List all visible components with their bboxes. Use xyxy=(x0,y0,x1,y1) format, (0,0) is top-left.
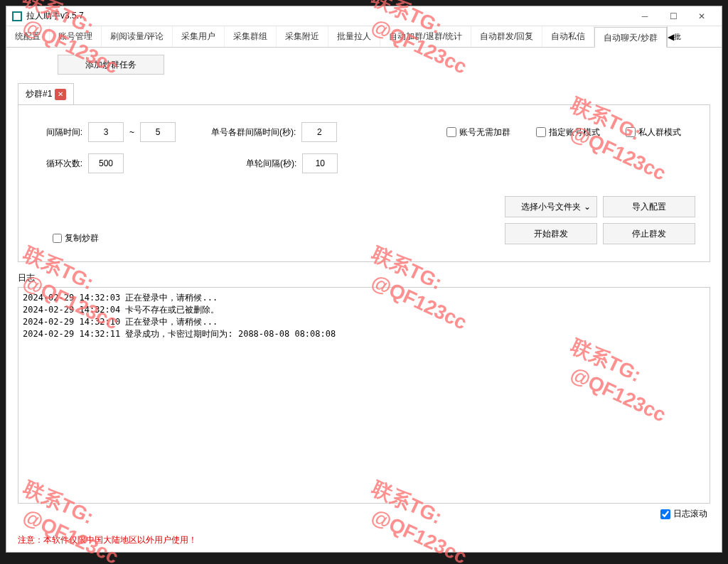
stop-button[interactable]: 停止群发 xyxy=(603,223,695,244)
loop-count-label: 循环次数: xyxy=(33,158,82,170)
interval-from-input[interactable] xyxy=(88,122,124,142)
private-group-mode-checkbox[interactable]: 私人群模式 xyxy=(626,126,681,139)
tab-7[interactable]: 自动加群/退群/统计 xyxy=(380,26,471,47)
log-scroll-checkbox[interactable]: 日志滚动 xyxy=(660,508,707,520)
specified-account-mode-checkbox[interactable]: 指定账号模式 xyxy=(536,126,600,139)
titlebar: 拉人助手v3.5.7 ─ ☐ ✕ xyxy=(6,6,722,26)
log-label: 日志 xyxy=(18,272,710,284)
select-folder-button[interactable]: 选择小号文件夹 xyxy=(505,196,597,217)
subtabs: 炒群#1 ✕ xyxy=(18,83,710,105)
window-title: 拉人助手v3.5.7 xyxy=(26,10,631,22)
add-task-button[interactable]: 添加炒群任务 xyxy=(58,55,164,75)
window-controls: ─ ☐ ✕ xyxy=(631,7,716,26)
tab-6[interactable]: 批量拉人 xyxy=(328,26,380,47)
main-tabs: 统配置账号管理刷阅读量/评论采集用户采集群组采集附近批量拉人自动加群/退群/统计… xyxy=(6,26,722,48)
close-subtab-icon[interactable]: ✕ xyxy=(55,89,66,100)
loop-count-input[interactable] xyxy=(88,153,124,173)
tab-8[interactable]: 自动群发/回复 xyxy=(471,26,542,47)
tilde-separator: ~ xyxy=(129,127,134,137)
log-section: 日志 2024-02-29 14:32:03 正在登录中，请稍候... 2024… xyxy=(18,272,710,524)
round-interval-label: 单轮间隔(秒): xyxy=(246,158,296,170)
tab-2[interactable]: 刷阅读量/评论 xyxy=(102,26,173,47)
tab-4[interactable]: 采集群组 xyxy=(225,26,277,47)
interval-label: 间隔时间: xyxy=(33,126,82,139)
log-output: 2024-02-29 14:32:03 正在登录中，请稍候... 2024-02… xyxy=(18,287,710,504)
single-account-interval-input[interactable] xyxy=(301,122,337,142)
subtab-label: 炒群#1 xyxy=(26,88,52,100)
app-icon xyxy=(12,11,22,21)
start-button[interactable]: 开始群发 xyxy=(505,223,597,244)
single-account-interval-label: 单号各群间隔时间(秒): xyxy=(211,126,296,139)
copy-group-checkbox[interactable]: 复制炒群 xyxy=(53,232,99,244)
interval-to-input[interactable] xyxy=(140,122,176,142)
tab-3[interactable]: 采集用户 xyxy=(173,26,225,47)
tab-scroll-right[interactable]: ◀批 xyxy=(667,26,681,47)
notice-text: 注意：本软件仅限中国大陆地区以外用户使用！ xyxy=(6,531,722,552)
tab-9[interactable]: 自动私信 xyxy=(542,26,594,47)
tab-1[interactable]: 账号管理 xyxy=(50,26,102,47)
subtab-group-1[interactable]: 炒群#1 ✕ xyxy=(18,83,74,104)
tab-0[interactable]: 统配置 xyxy=(6,26,50,47)
tab-10[interactable]: 自动聊天/炒群 xyxy=(594,27,666,48)
no-need-add-group-checkbox[interactable]: 账号无需加群 xyxy=(446,126,510,139)
import-config-button[interactable]: 导入配置 xyxy=(603,196,695,217)
close-button[interactable]: ✕ xyxy=(687,7,716,26)
task-panel: 间隔时间: ~ 单号各群间隔时间(秒): 账号无需加群 指定账号模式 私人群模式… xyxy=(18,105,710,262)
maximize-button[interactable]: ☐ xyxy=(659,7,687,26)
minimize-button[interactable]: ─ xyxy=(631,7,659,26)
tab-5[interactable]: 采集附近 xyxy=(277,26,328,47)
round-interval-input[interactable] xyxy=(302,153,338,173)
tab-content: 添加炒群任务 炒群#1 ✕ 间隔时间: ~ 单号各群间隔时间(秒): 账号无需加… xyxy=(6,48,722,531)
app-window: 拉人助手v3.5.7 ─ ☐ ✕ 统配置账号管理刷阅读量/评论采集用户采集群组采… xyxy=(6,6,722,553)
